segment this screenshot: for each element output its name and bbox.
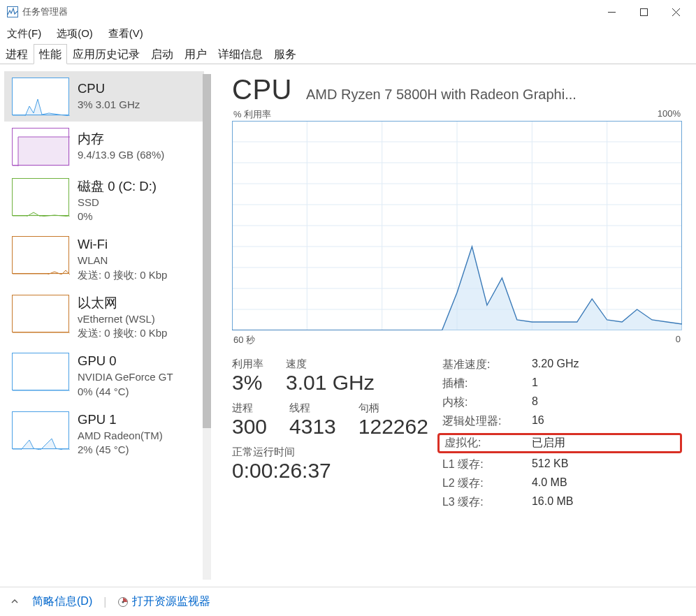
sidebar-item-4[interactable]: 以太网vEthernet (WSL)发送: 0 接收: 0 Kbp [4, 288, 204, 346]
base-speed-label: 基准速度: [442, 358, 519, 372]
sidebar-item-sub2: 0% [78, 210, 157, 223]
sidebar-item-title: 以太网 [78, 295, 167, 312]
l1-value: 512 KB [532, 457, 682, 472]
menu-view[interactable]: 查看(V) [106, 26, 146, 42]
cpu-chart [232, 121, 682, 330]
svg-point-26 [122, 601, 124, 603]
sidebar-item-title: GPU 1 [78, 411, 163, 429]
menu-file[interactable]: 文件(F) [4, 26, 44, 42]
window-title: 任务管理器 [22, 6, 68, 18]
stat-utilization: 利用率 3% [232, 358, 263, 395]
sidebar-item-title: CPU [78, 80, 140, 98]
sidebar-item-2[interactable]: 磁盘 0 (C: D:)SSD0% [4, 172, 204, 230]
tab-details[interactable]: 详细信息 [212, 44, 268, 64]
title-bar: 任务管理器 [0, 0, 696, 24]
footer: 简略信息(D) | 打开资源监视器 [0, 587, 696, 616]
chart-label-top-left: % 利用率 [233, 108, 271, 121]
sidebar-item-0[interactable]: CPU3% 3.01 GHz [4, 71, 204, 122]
close-button[interactable] [660, 1, 692, 22]
sidebar-thumb [12, 411, 69, 449]
stats-right: 基准速度: 3.20 GHz 插槽: 1 内核: 8 逻辑处理器: 16 虚拟化… [435, 358, 682, 510]
sidebar: CPU3% 3.01 GHz内存9.4/13.9 GB (68%)磁盘 0 (C… [0, 64, 215, 587]
sidebar-item-sub1: vEthernet (WSL) [78, 312, 167, 326]
sidebar-thumb [12, 295, 69, 332]
sidebar-item-sub1: AMD Radeon(TM) [78, 429, 163, 443]
virtualization-row-highlight: 虚拟化: 已启用 [442, 433, 682, 453]
sidebar-item-sub2: 0% (44 °C) [78, 385, 173, 399]
fewer-details-link[interactable]: 简略信息(D) [32, 594, 92, 609]
sidebar-item-sub1: 3% 3.01 GHz [78, 98, 140, 112]
cores-label: 内核: [442, 395, 519, 410]
virtualization-value: 已启用 [517, 433, 682, 453]
chart-label-bottom-left: 60 秒 [233, 334, 255, 346]
l3-label: L3 缓存: [442, 495, 519, 510]
uptime-value: 0:00:26:37 [232, 459, 428, 483]
sidebar-item-sub1: WLAN [78, 254, 167, 267]
cores-value: 8 [532, 395, 682, 410]
uptime-label: 正常运行时间 [232, 446, 428, 459]
sidebar-item-sub2: 发送: 0 接收: 0 Kbp [78, 326, 167, 340]
menu-bar: 文件(F) 选项(O) 查看(V) [0, 24, 696, 43]
sidebar-item-6[interactable]: GPU 1AMD Radeon(TM) 2% (45 °C) [4, 405, 204, 463]
tab-services[interactable]: 服务 [268, 44, 302, 64]
tab-startup[interactable]: 启动 [145, 44, 179, 64]
sidebar-thumb [12, 236, 69, 274]
tab-strip: 进程 性能 应用历史记录 启动 用户 详细信息 服务 [0, 43, 696, 64]
svg-rect-2 [640, 8, 647, 15]
sidebar-item-sub1: NVIDIA GeForce GT [78, 370, 173, 384]
sidebar-item-title: GPU 0 [78, 353, 173, 370]
sidebar-item-5[interactable]: GPU 0NVIDIA GeForce GT0% (44 °C) [4, 346, 204, 404]
sidebar-item-title: 内存 [78, 131, 164, 148]
chevron-up-icon[interactable] [8, 596, 21, 608]
tab-processes[interactable]: 进程 [0, 44, 34, 64]
sidebar-item-sub1: 9.4/13.9 GB (68%) [78, 148, 164, 162]
stat-handles: 句柄 122262 [358, 402, 428, 439]
base-speed-value: 3.20 GHz [532, 358, 682, 372]
l1-label: L1 缓存: [442, 457, 519, 472]
sidebar-item-sub1: SSD [78, 196, 157, 210]
sidebar-scrollbar[interactable] [203, 74, 211, 580]
virtualization-label: 虚拟化: [437, 433, 519, 453]
app-icon [7, 6, 18, 17]
tab-apphistory[interactable]: 应用历史记录 [67, 44, 145, 64]
minimize-button[interactable] [595, 1, 628, 22]
maximize-button[interactable] [628, 1, 660, 22]
detail-title: CPU [232, 74, 292, 105]
stat-speed: 速度 3.01 GHz [286, 358, 375, 395]
sidebar-thumb [12, 353, 69, 390]
sidebar-thumb [12, 128, 69, 166]
sidebar-item-3[interactable]: Wi-FiWLAN发送: 0 接收: 0 Kbp [4, 230, 204, 288]
sockets-value: 1 [532, 376, 682, 391]
sidebar-item-sub2: 2% (45 °C) [78, 443, 163, 457]
content-area: CPU3% 3.01 GHz内存9.4/13.9 GB (68%)磁盘 0 (C… [0, 64, 696, 587]
sidebar-item-title: 磁盘 0 (C: D:) [78, 178, 157, 196]
cpu-chart-area: % 利用率 100% 60 秒 0 [232, 108, 682, 346]
menu-options[interactable]: 选项(O) [54, 26, 96, 42]
detail-pane: CPU AMD Ryzen 7 5800H with Radeon Graphi… [215, 64, 696, 587]
stats-left: 利用率 3% 速度 3.01 GHz 进程 300 线程 431 [232, 358, 428, 510]
chart-label-top-right: 100% [658, 108, 681, 121]
chart-label-bottom-right: 0 [676, 334, 681, 346]
l3-value: 16.0 MB [532, 495, 682, 510]
resource-monitor-icon [117, 596, 129, 608]
sidebar-item-1[interactable]: 内存9.4/13.9 GB (68%) [4, 122, 204, 172]
l2-value: 4.0 MB [532, 476, 682, 491]
sidebar-thumb [12, 178, 69, 216]
detail-subtitle: AMD Ryzen 7 5800H with Radeon Graphi... [306, 87, 682, 103]
l2-label: L2 缓存: [442, 476, 519, 491]
open-resource-monitor-link[interactable]: 打开资源监视器 [117, 594, 210, 609]
logical-label: 逻辑处理器: [442, 414, 519, 429]
svg-rect-5 [18, 137, 70, 166]
sidebar-item-sub2: 发送: 0 接收: 0 Kbp [78, 268, 167, 282]
stat-threads: 线程 4313 [289, 402, 336, 439]
sockets-label: 插槽: [442, 376, 519, 391]
tab-users[interactable]: 用户 [179, 44, 212, 64]
sidebar-thumb [12, 78, 69, 115]
tab-performance[interactable]: 性能 [34, 44, 67, 64]
logical-value: 16 [532, 414, 682, 429]
stat-processes: 进程 300 [232, 402, 267, 439]
sidebar-item-title: Wi-Fi [78, 236, 167, 254]
